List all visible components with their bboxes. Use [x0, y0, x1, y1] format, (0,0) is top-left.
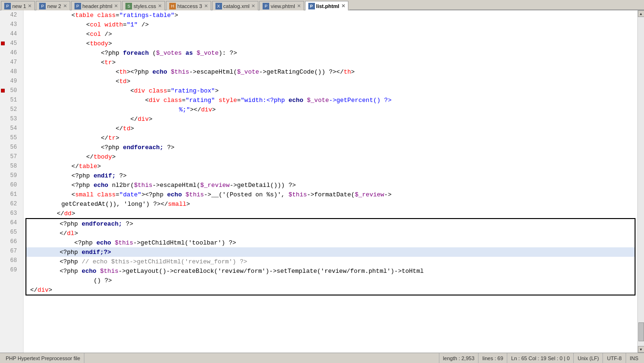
linenum-46: 46 [6, 50, 20, 56]
tab-styles-css[interactable]: S styles.css ✕ [122, 1, 165, 10]
tab-view-phtml[interactable]: P view.phtml ✕ [259, 1, 304, 10]
linenum-47: 47 [6, 59, 20, 66]
tab-icon-new2: P [39, 3, 46, 9]
editor-container: 42 43 44 45 46 [0, 10, 644, 353]
breakpoint-50[interactable] [1, 89, 5, 93]
breakpoint-45[interactable] [1, 42, 5, 45]
status-length: length : 2,953 [439, 353, 479, 363]
linenum-68: 68 [6, 257, 20, 264]
code-text-56: </tbody> [27, 153, 116, 160]
code-line-51b: %;"></div> [24, 105, 637, 114]
tab-icon-htaccess: H [169, 3, 176, 9]
code-line-53: </td> [24, 124, 637, 133]
code-line-64: <?php echo $this->getChildHtml('toolbar'… [26, 238, 635, 247]
code-text-53: </td> [27, 125, 134, 132]
scroll-up-btn[interactable]: ▲ [638, 10, 644, 17]
tab-htaccess[interactable]: H htaccess 3 ✕ [166, 1, 211, 10]
code-line-46: <?php foreach ($_votes as $_vote): ?> [24, 48, 637, 58]
tab-label-new2: new 2 [47, 3, 61, 9]
code-line-57: </table> [24, 161, 637, 171]
tab-icon-view: P [263, 3, 269, 9]
line-row-53: 53 [0, 114, 23, 124]
code-text-47: <tr> [27, 59, 116, 66]
line-row-59: 59 [0, 171, 23, 180]
line-row-66: 66 [0, 237, 23, 246]
scroll-down-btn[interactable]: ▼ [638, 346, 644, 353]
code-text-60: <small class="date"><?php echo $this->__… [27, 191, 391, 198]
tab-header-phtml[interactable]: P header.phtml ✕ [71, 1, 122, 10]
code-line-49: <td> [24, 76, 637, 86]
code-text-50: <div class="rating-box"> [27, 87, 219, 94]
code-line-59: <?php echo nl2br($this->escapeHtml($_rev… [24, 180, 637, 190]
code-text-59: <?php echo nl2br($this->escapeHtml($_rev… [27, 182, 296, 189]
line-row-49: 49 [0, 76, 23, 86]
code-lines: <table class="ratings-table"> <col width… [24, 10, 637, 305]
tab-list-phtml[interactable]: P list.phtml ✕ [305, 1, 348, 10]
tab-label-view: view.phtml [271, 3, 295, 9]
code-text-45: <tbody> [27, 40, 112, 47]
line-row-55: 55 [0, 133, 23, 143]
tab-close-styles[interactable]: ✕ [158, 3, 162, 8]
line-row-67: 67 [0, 246, 23, 256]
status-flex [84, 353, 439, 363]
linenum-44: 44 [6, 31, 20, 37]
code-line-58: <?php endif; ?> [24, 171, 637, 180]
linenum-63: 63 [6, 210, 20, 217]
linenum-49: 49 [6, 78, 20, 84]
tab-close-list[interactable]: ✕ [341, 3, 345, 8]
code-text-65: <?php endif;?> [30, 249, 111, 256]
linenum-57: 57 [6, 153, 20, 160]
code-text-60b: getCreatedAt()), 'long') ?></small> [61, 201, 190, 208]
code-line-69 [24, 295, 637, 305]
code-text-44: <col /> [27, 31, 112, 38]
status-encoding: UTF-8 [603, 353, 626, 363]
tab-close-new2[interactable]: ✕ [63, 3, 67, 8]
line-row-56: 56 [0, 143, 23, 152]
status-encoding-text: UTF-8 [607, 355, 621, 361]
code-line-62: <?php endforeach; ?> [26, 219, 635, 228]
code-text-62: <?php endforeach; ?> [30, 220, 133, 228]
scroll-thumb[interactable] [638, 322, 644, 341]
tab-close-view[interactable]: ✕ [297, 3, 301, 8]
line-numbers: 42 43 44 45 46 [0, 10, 23, 275]
status-line-ending-text: Unix (LF) [578, 355, 599, 361]
linenum-67: 67 [6, 248, 20, 254]
line-row-45: 45 [0, 39, 23, 48]
gutter: 42 43 44 45 46 [0, 10, 24, 353]
scroll-track[interactable] [638, 17, 644, 346]
code-text-42: <table class="ratings-table"> [27, 12, 178, 19]
linenum-66: 66 [6, 238, 20, 245]
status-file-type: PHP Hypertext Preprocessor file [2, 353, 84, 363]
line-row-54: 54 [0, 124, 23, 133]
tab-icon-header: P [74, 3, 81, 9]
linenum-61: 61 [6, 191, 20, 198]
tab-label-header: header.phtml [83, 3, 113, 9]
tab-new1[interactable]: P new 1 ✕ [1, 1, 35, 10]
marker-50 [0, 89, 6, 93]
code-line-68: </div> [26, 285, 635, 295]
line-row-60: 60 [0, 180, 23, 190]
tab-close-catalog[interactable]: ✕ [251, 3, 255, 8]
code-area[interactable]: <table class="ratings-table"> <col width… [24, 10, 637, 353]
tab-icon-styles: S [125, 3, 132, 9]
code-line-48: <th><?php echo $this->escapeHtml($_vote-… [24, 67, 637, 76]
line-row-69: 69 [0, 265, 23, 275]
code-line-63: </dl> [26, 228, 635, 238]
line-row-46: 46 [0, 48, 23, 58]
code-text-68: </div> [30, 287, 52, 294]
tab-catalog-xml[interactable]: X catalog.xml ✕ [212, 1, 259, 10]
tab-icon-new1: P [4, 3, 11, 9]
tab-icon-list: P [308, 3, 315, 9]
code-line-44: <col /> [24, 29, 637, 39]
tab-close-new1[interactable]: ✕ [28, 3, 32, 8]
status-bar: PHP Hypertext Preprocessor file length :… [0, 353, 644, 363]
line-row-51: 51 [0, 95, 23, 105]
code-text-54: </tr> [27, 135, 119, 142]
tab-close-header[interactable]: ✕ [114, 3, 118, 8]
tab-close-htaccess[interactable]: ✕ [204, 3, 208, 8]
tab-bar: P new 1 ✕ P new 2 ✕ P header.phtml ✕ S s… [0, 0, 644, 10]
code-text-61: </dd> [27, 210, 75, 217]
linenum-45: 45 [6, 40, 20, 47]
linenum-62: 62 [6, 201, 20, 207]
tab-new2[interactable]: P new 2 ✕ [36, 1, 70, 10]
